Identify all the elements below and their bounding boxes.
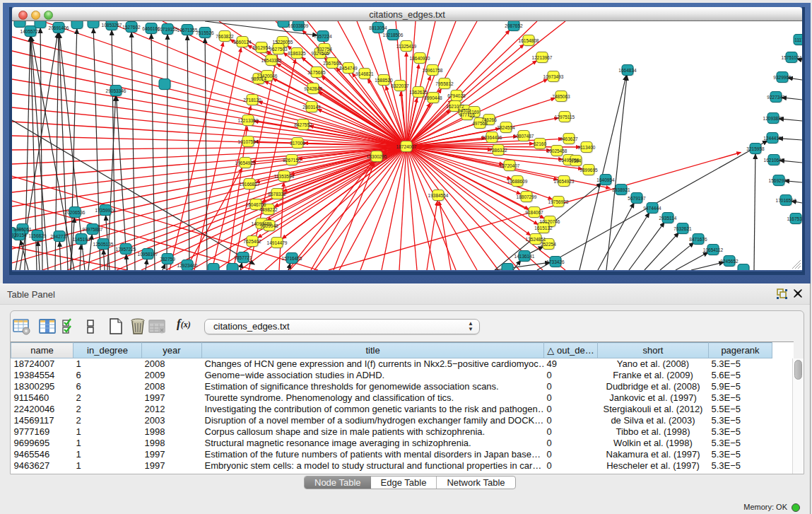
svg-text:7485063: 7485063 — [552, 94, 570, 99]
svg-text:10688609: 10688609 — [507, 179, 528, 184]
svg-text:8186325: 8186325 — [288, 51, 306, 56]
svg-text:2087652: 2087652 — [505, 23, 523, 28]
svg-text:9463627: 9463627 — [560, 136, 578, 141]
svg-text:15751074: 15751074 — [782, 55, 802, 60]
svg-text:3175685: 3175685 — [307, 70, 326, 75]
svg-text:8427552: 8427552 — [294, 122, 312, 127]
svg-text:8471676: 8471676 — [689, 237, 707, 242]
svg-text:9113400: 9113400 — [578, 145, 596, 150]
svg-text:8678332: 8678332 — [268, 192, 286, 197]
svg-text:9474444: 9474444 — [643, 206, 661, 211]
svg-text:15720407: 15720407 — [500, 163, 520, 168]
svg-text:1156829: 1156829 — [29, 233, 47, 238]
svg-text:20364436: 20364436 — [482, 135, 502, 140]
svg-text:1615132: 1615132 — [534, 226, 553, 230]
svg-text:10807487: 10807487 — [514, 134, 534, 139]
svg-text:7632621: 7632621 — [673, 226, 692, 231]
svg-text:7357224: 7357224 — [314, 34, 332, 39]
svg-text:18807299: 18807299 — [517, 194, 537, 199]
svg-text:10853267: 10853267 — [102, 23, 122, 28]
svg-text:9184067: 9184067 — [525, 210, 543, 215]
svg-text:16154808: 16154808 — [519, 38, 539, 43]
svg-text:7955812: 7955812 — [435, 81, 454, 86]
svg-text:9327505: 9327505 — [311, 51, 329, 56]
svg-text:1733426: 1733426 — [546, 259, 565, 264]
svg-text:19654925: 19654925 — [235, 160, 256, 165]
svg-text:20206536: 20206536 — [65, 210, 86, 215]
svg-text:8938921: 8938921 — [612, 187, 630, 192]
svg-text:9329965: 9329965 — [773, 75, 792, 80]
svg-text:10671355: 10671355 — [177, 28, 198, 33]
svg-text:8322037: 8322037 — [391, 83, 409, 88]
svg-text:9146821: 9146821 — [355, 71, 374, 76]
svg-text:2935114: 2935114 — [659, 216, 677, 221]
svg-text:10654112: 10654112 — [703, 247, 724, 252]
svg-text:8813054: 8813054 — [369, 25, 387, 30]
svg-text:19756928: 19756928 — [548, 199, 569, 204]
svg-text:10120746: 10120746 — [540, 219, 560, 224]
svg-text:497568: 497568 — [472, 121, 488, 126]
svg-text:10958107: 10958107 — [138, 252, 158, 257]
svg-text:15692971: 15692971 — [769, 178, 789, 183]
svg-text:9227342: 9227342 — [767, 95, 785, 100]
svg-text:2718120: 2718120 — [243, 98, 261, 103]
svg-text:1362625: 1362625 — [409, 90, 428, 95]
svg-text:14055721: 14055721 — [20, 29, 41, 34]
svg-text:10025458: 10025458 — [547, 148, 567, 153]
svg-text:62160: 62160 — [534, 141, 546, 146]
svg-text:1244415: 1244415 — [763, 136, 782, 141]
svg-text:16046756: 16046756 — [246, 202, 266, 207]
svg-text:18640910: 18640910 — [410, 56, 430, 61]
svg-text:2803144: 2803144 — [302, 105, 321, 110]
svg-text:20691406: 20691406 — [49, 25, 69, 30]
svg-text:23420046: 23420046 — [257, 74, 278, 78]
svg-text:12923446: 12923446 — [177, 263, 198, 268]
svg-text:18300295: 18300295 — [367, 154, 387, 159]
svg-text:1664834: 1664834 — [618, 68, 637, 73]
svg-text:12213369: 12213369 — [238, 118, 259, 123]
svg-text:19384554: 19384554 — [428, 193, 449, 198]
svg-text:17016504: 17016504 — [776, 198, 796, 203]
svg-text:9584: 9584 — [571, 158, 582, 163]
svg-text:4498222: 4498222 — [259, 207, 278, 212]
svg-text:6794028: 6794028 — [447, 93, 466, 98]
svg-text:7515526: 7515526 — [196, 30, 214, 35]
svg-text:12213967: 12213967 — [532, 55, 553, 60]
svg-text:7386322: 7386322 — [489, 148, 507, 153]
svg-text:9242848: 9242848 — [304, 86, 322, 91]
svg-text:782759: 782759 — [160, 257, 175, 262]
svg-text:3215958: 3215958 — [746, 146, 765, 151]
svg-text:17359924: 17359924 — [95, 208, 116, 213]
svg-text:8454749: 8454749 — [339, 66, 358, 71]
svg-text:18724007: 18724007 — [396, 144, 417, 149]
svg-text:932754: 932754 — [317, 47, 332, 52]
svg-text:7625402: 7625402 — [243, 239, 261, 244]
svg-text:9245652: 9245652 — [720, 259, 739, 264]
svg-text:8990448: 8990448 — [424, 95, 442, 100]
svg-text:1167533: 1167533 — [787, 216, 802, 221]
svg-text:11325419: 11325419 — [396, 44, 417, 49]
svg-text:16210643: 16210643 — [764, 158, 784, 163]
svg-text:317006: 317006 — [290, 141, 305, 146]
svg-text:16961758: 16961758 — [423, 68, 443, 73]
svg-text:9385061: 9385061 — [13, 227, 32, 232]
svg-text:14914479: 14914479 — [267, 240, 288, 245]
svg-text:14136141: 14136141 — [514, 254, 535, 259]
svg-text:93975887: 93975887 — [83, 227, 103, 232]
svg-text:9627503: 9627503 — [269, 47, 288, 52]
svg-text:1527602: 1527602 — [122, 25, 141, 30]
svg-text:10973493: 10973493 — [543, 74, 564, 79]
svg-text:2942737: 2942737 — [50, 234, 69, 239]
svg-text:8660124: 8660124 — [233, 40, 252, 45]
svg-text:8912954: 8912954 — [252, 45, 271, 50]
svg-text:9309948: 9309948 — [260, 223, 278, 228]
svg-text:17957225: 17957225 — [116, 247, 136, 252]
svg-text:15226055: 15226055 — [273, 40, 293, 45]
svg-text:8267150: 8267150 — [283, 158, 301, 163]
svg-text:7663822: 7663822 — [216, 34, 234, 39]
svg-text:19654923: 19654923 — [554, 179, 575, 184]
svg-text:12975115: 12975115 — [555, 115, 575, 119]
svg-text:15716485: 15716485 — [282, 256, 302, 261]
svg-text:1117: 1117 — [794, 37, 802, 42]
svg-text:10719155: 10719155 — [158, 27, 178, 32]
